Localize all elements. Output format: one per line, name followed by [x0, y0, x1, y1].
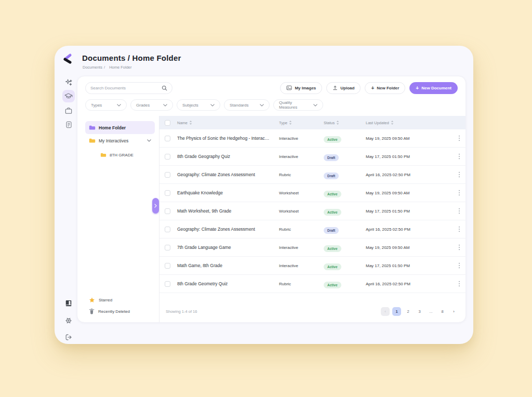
app-window: Documents / Home Folder Documents/ Home …	[55, 46, 473, 344]
page-button-3[interactable]: 3	[415, 307, 424, 316]
ai-sparkles-icon[interactable]	[62, 76, 75, 88]
row-checkbox[interactable]	[165, 190, 170, 196]
doc-name: 8th Grade Geometry Quiz	[177, 281, 275, 286]
row-menu-icon[interactable]	[453, 281, 466, 287]
column-header-name[interactable]: Name	[177, 121, 275, 125]
folder-item-home[interactable]: Home Folder	[85, 121, 155, 134]
chevron-down-icon[interactable]	[147, 139, 151, 142]
sort-icon	[336, 121, 339, 125]
folder-item-8th-grade[interactable]: 8TH GRADE	[97, 149, 155, 162]
folder-label: Home Folder	[99, 125, 126, 130]
library-book-icon[interactable]	[62, 297, 75, 310]
prev-page-button[interactable]: ‹	[381, 307, 390, 316]
settings-gear-icon[interactable]	[62, 314, 75, 327]
row-checkbox[interactable]	[165, 208, 170, 214]
upload-button[interactable]: Upload	[326, 82, 361, 94]
courses-graduation-cap-icon[interactable]	[62, 90, 75, 102]
doc-name: Earthquake Knowledge	[177, 190, 275, 195]
filter-quality-measures[interactable]: Quality Measures	[273, 99, 323, 111]
chevron-down-icon	[210, 104, 215, 107]
new-folder-button[interactable]: + New Folder	[365, 82, 405, 94]
documents-icon[interactable]	[62, 118, 75, 131]
table-row[interactable]: Geography: Climate Zones Assessment Rubr…	[159, 166, 466, 184]
table-row[interactable]: Math Worksheet, 9th Grade Worksheet Acti…	[159, 202, 466, 220]
new-document-button[interactable]: + New Document	[409, 82, 458, 94]
breadcrumb-separator: /	[104, 65, 105, 70]
filter-label: Types	[91, 103, 102, 108]
starred-item[interactable]: Starred	[85, 294, 155, 306]
doc-type: Interactive	[279, 154, 320, 159]
next-page-button[interactable]: ›	[449, 307, 458, 316]
doc-updated: May 19, 2025 09:50 AM	[366, 191, 449, 195]
page-title: Documents / Home Folder	[82, 54, 181, 62]
doc-updated: May 17, 2025 01:50 PM	[366, 209, 449, 214]
doc-name: 7th Grade Language Game	[177, 245, 275, 250]
row-menu-icon[interactable]	[453, 190, 466, 196]
breadcrumb-root[interactable]: Documents	[83, 65, 102, 70]
filter-subjects[interactable]: Subjects	[177, 99, 220, 111]
doc-type: Interactive	[279, 136, 320, 141]
folder-item-my-interactives[interactable]: My Interactives	[85, 134, 155, 147]
sort-icon	[289, 121, 292, 125]
status-badge: Active	[324, 282, 341, 288]
doc-type: Worksheet	[279, 209, 320, 214]
filter-types[interactable]: Types	[85, 99, 127, 111]
table-row[interactable]: 7th Grade Language Game Interactive Acti…	[159, 239, 466, 257]
filter-label: Standards	[230, 103, 248, 108]
row-menu-icon[interactable]	[453, 171, 466, 178]
row-checkbox[interactable]	[165, 136, 170, 141]
plus-icon: +	[371, 85, 374, 91]
page-button-1[interactable]: 1	[392, 307, 401, 316]
filter-standards[interactable]: Standards	[224, 99, 270, 111]
column-header-status[interactable]: Status	[324, 121, 362, 125]
row-menu-icon[interactable]	[453, 226, 466, 232]
row-checkbox[interactable]	[165, 227, 170, 232]
row-menu-icon[interactable]	[453, 244, 466, 250]
table-row[interactable]: Earthquake Knowledge Worksheet Active Ma…	[159, 184, 466, 202]
column-header-last-updated[interactable]: Last Updated	[366, 121, 449, 125]
doc-type: Rubric	[279, 173, 320, 177]
row-menu-icon[interactable]	[453, 135, 466, 141]
briefcase-icon[interactable]	[62, 104, 75, 117]
toolbar-buttons: My Images Upload + New Folder	[280, 82, 458, 94]
panel-collapse-handle[interactable]	[152, 198, 159, 214]
my-images-button[interactable]: My Images	[280, 82, 322, 94]
row-checkbox[interactable]	[165, 245, 170, 250]
table-row[interactable]: 8th Grade Geography Quiz Interactive Dra…	[159, 148, 466, 166]
row-checkbox[interactable]	[165, 281, 170, 287]
table-row[interactable]: Math Game, 8th Grade Interactive Active …	[159, 257, 466, 275]
row-checkbox[interactable]	[165, 154, 170, 160]
status-badge: Draft	[324, 154, 339, 161]
logout-icon[interactable]	[62, 331, 75, 343]
showing-count: Showing 1-4 of 16	[166, 309, 197, 314]
page-button-8[interactable]: 8	[438, 307, 447, 316]
column-label: Type	[279, 121, 287, 125]
new-document-label: New Document	[421, 86, 451, 90]
table-row[interactable]: The Physics of Sonic the Hedgehog - Inte…	[159, 129, 466, 148]
search-input[interactable]	[90, 86, 162, 90]
row-checkbox[interactable]	[165, 263, 170, 269]
breadcrumb-current: Home Folder	[109, 65, 131, 70]
folder-tree: Home Folder My Interactives 8TH GRADE	[85, 121, 155, 162]
doc-type: Interactive	[279, 245, 320, 250]
table-row[interactable]: Geography: Climate Zones Assessment Rubr…	[159, 220, 466, 239]
page-button-2[interactable]: 2	[404, 307, 413, 316]
row-menu-icon[interactable]	[453, 153, 466, 160]
filter-grades[interactable]: Grades	[130, 99, 173, 111]
star-icon	[89, 297, 95, 303]
table-row[interactable]: 8th Grade Geometry Quiz Rubric Active Ap…	[159, 275, 466, 293]
desktop-background: Documents / Home Folder Documents/ Home …	[0, 0, 532, 397]
doc-name: Geography: Climate Zones Assessment	[177, 227, 275, 232]
select-all-checkbox[interactable]	[165, 120, 170, 126]
upload-icon	[332, 85, 338, 90]
row-checkbox[interactable]	[165, 172, 170, 178]
search-box[interactable]	[85, 82, 172, 94]
doc-updated: May 19, 2025 09:50 AM	[366, 245, 449, 250]
status-badge: Active	[324, 245, 341, 252]
recently-deleted-item[interactable]: Recently Deleted	[85, 306, 155, 317]
row-menu-icon[interactable]	[453, 208, 466, 214]
search-icon	[162, 85, 167, 91]
column-header-type[interactable]: Type	[279, 121, 320, 125]
row-menu-icon[interactable]	[453, 262, 466, 269]
doc-name: The Physics of Sonic the Hedgehog - Inte…	[177, 136, 275, 141]
